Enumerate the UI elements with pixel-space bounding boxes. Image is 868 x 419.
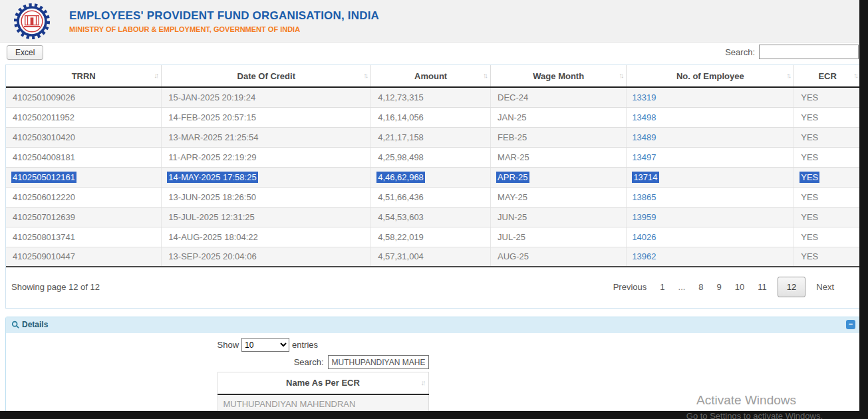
sort-icon[interactable]: ↑↓ xyxy=(619,71,622,79)
search-icon xyxy=(11,321,19,329)
employee-count-link[interactable]: 13489 xyxy=(632,132,656,142)
table-row[interactable]: 4102506012220 13-JUN-2025 18:26:50 4,51,… xyxy=(6,187,861,207)
show-entries-select[interactable]: 10 xyxy=(241,338,289,352)
employee-count-link[interactable]: 14026 xyxy=(632,232,656,242)
no-of-employee-cell: 13714 xyxy=(627,167,794,187)
excel-export-button[interactable]: Excel xyxy=(7,45,43,60)
employee-count-link[interactable]: 13498 xyxy=(632,112,656,122)
activate-windows-hint: Go to Settings to activate Windows. xyxy=(686,411,823,419)
table-row[interactable]: 4102509010447 13-SEP-2025 20:04:06 4,57,… xyxy=(6,247,861,267)
column-header-ecr[interactable]: ECR↑↓ xyxy=(794,65,861,87)
no-of-employee-cell: 13489 xyxy=(627,127,794,147)
column-header-no-of-employee[interactable]: No. of Employee↑↓ xyxy=(627,65,794,87)
trrn-cell: 4102509010447 xyxy=(6,247,162,267)
date-of-credit-cell: 13-MAR-2025 21:25:54 xyxy=(162,127,371,147)
date-of-credit-cell: 13-SEP-2025 20:04:06 xyxy=(162,247,371,267)
wage-month-cell: MAR-25 xyxy=(491,147,627,167)
sort-icon[interactable]: ↓↑ xyxy=(154,71,157,79)
table-row[interactable]: 4102507012639 15-JUL-2025 12:31:25 4,54,… xyxy=(6,207,861,227)
epfo-logo-icon xyxy=(13,3,51,40)
details-search-label: Search: xyxy=(294,357,324,367)
trrn-cell: 4102508013741 xyxy=(6,227,162,247)
no-of-employee-cell: 13498 xyxy=(627,107,794,127)
details-search-input[interactable] xyxy=(328,355,429,369)
employee-count-link[interactable]: 13962 xyxy=(632,251,656,261)
wage-month-cell: JAN-25 xyxy=(491,107,627,127)
amount-cell: 4,25,98,498 xyxy=(371,147,491,167)
table-row[interactable]: 4102508013741 14-AUG-2025 18:04:22 4,58,… xyxy=(6,227,861,247)
table-row[interactable]: 4102501009026 15-JAN-2025 20:19:24 4,12,… xyxy=(6,87,861,107)
wage-month-cell: DEC-24 xyxy=(491,87,627,107)
trrn-cell: 4102501009026 xyxy=(6,87,162,107)
employee-count-link[interactable]: 13959 xyxy=(632,212,656,222)
employee-count-link[interactable]: 13714 xyxy=(632,172,658,183)
ecr-cell: YES xyxy=(794,87,861,107)
table-row[interactable]: 4102503010420 13-MAR-2025 21:25:54 4,21,… xyxy=(6,127,861,147)
trrn-table-header-row: TRRN↓↑ Date Of Credit↑↓ Amount↑↓ Wage Mo… xyxy=(6,65,861,87)
amount-cell: 4,16,14,056 xyxy=(371,107,491,127)
wage-month-cell: FEB-25 xyxy=(491,127,627,147)
sort-icon[interactable]: ↑↓ xyxy=(483,71,486,79)
page-status-text: Showing page 12 of 12 xyxy=(11,282,100,292)
pagination-page-10[interactable]: 10 xyxy=(735,282,744,292)
pagination-page-9[interactable]: 9 xyxy=(717,282,722,292)
no-of-employee-cell: 13319 xyxy=(627,87,794,107)
trrn-cell: 4102505012161 xyxy=(6,167,162,187)
pagination-page-8[interactable]: 8 xyxy=(698,282,703,292)
column-header-date-of-credit[interactable]: Date Of Credit↑↓ xyxy=(162,65,371,87)
date-of-credit-cell: 14-MAY-2025 17:58:25 xyxy=(162,167,371,187)
amount-cell: 4,58,22,019 xyxy=(371,227,491,247)
table-footer: Showing page 12 of 12 Previous1...891011… xyxy=(6,267,861,308)
sort-icon[interactable]: ↑↓ xyxy=(786,71,790,79)
amount-cell: 4,51,66,436 xyxy=(371,187,491,207)
ecr-cell: YES xyxy=(794,107,861,127)
date-of-credit-cell: 14-FEB-2025 20:57:15 xyxy=(162,107,371,127)
ecr-cell: YES xyxy=(794,227,861,247)
sort-icon[interactable]: ↑↓ xyxy=(363,71,366,79)
column-header-amount[interactable]: Amount↑↓ xyxy=(371,65,491,87)
trrn-table-panel: TRRN↓↑ Date Of Credit↑↓ Amount↑↓ Wage Mo… xyxy=(5,65,861,309)
no-of-employee-cell: 13962 xyxy=(627,247,794,267)
employee-count-link[interactable]: 13497 xyxy=(632,152,656,162)
ecr-cell: YES xyxy=(794,147,861,167)
pagination-page-1[interactable]: 1 xyxy=(660,282,664,292)
column-header-wage-month[interactable]: Wage Month↑↓ xyxy=(491,65,627,87)
no-of-employee-cell: 13497 xyxy=(627,147,794,167)
employee-count-link[interactable]: 13319 xyxy=(632,92,656,102)
column-header-trrn[interactable]: TRRN↓↑ xyxy=(6,65,162,87)
table-search-label: Search: xyxy=(725,47,755,57)
trrn-table: TRRN↓↑ Date Of Credit↑↓ Amount↑↓ Wage Mo… xyxy=(6,65,861,267)
trrn-table-body: 4102501009026 15-JAN-2025 20:19:24 4,12,… xyxy=(6,87,861,267)
sort-icon[interactable]: ↓↑ xyxy=(421,378,424,386)
table-search-input[interactable] xyxy=(759,45,859,59)
details-panel-header: Details − xyxy=(6,317,861,333)
pagination-page-11[interactable]: 11 xyxy=(758,282,767,292)
trrn-cell: 4102507012639 xyxy=(6,207,162,227)
ecr-cell: YES xyxy=(794,127,861,147)
table-row[interactable]: 4102505012161 14-MAY-2025 17:58:25 4,46,… xyxy=(6,167,861,187)
pagination-next[interactable]: Next xyxy=(816,282,834,292)
employee-count-link[interactable]: 13865 xyxy=(632,192,656,202)
table-row[interactable]: 4102502011952 14-FEB-2025 20:57:15 4,16,… xyxy=(6,107,861,127)
trrn-cell: 4102506012220 xyxy=(6,187,162,207)
amount-cell: 4,21,17,158 xyxy=(371,127,491,147)
wage-month-cell: JUL-25 xyxy=(491,227,627,247)
no-of-employee-cell: 13959 xyxy=(627,207,794,227)
pagination-page-12[interactable]: 12 xyxy=(778,277,805,297)
amount-cell: 4,46,62,968 xyxy=(371,167,491,187)
wage-month-cell: AUG-25 xyxy=(491,247,627,267)
pagination: Previous1...89101112Next xyxy=(607,277,841,297)
date-of-credit-cell: 11-APR-2025 22:19:29 xyxy=(162,147,371,167)
collapse-panel-icon[interactable]: − xyxy=(846,320,855,329)
pagination-page-...: ... xyxy=(678,282,686,292)
trrn-cell: 4102502011952 xyxy=(6,107,162,127)
table-toolbar: Excel Search: xyxy=(7,45,861,63)
table-row[interactable]: 4102504008181 11-APR-2025 22:19:29 4,25,… xyxy=(6,147,861,167)
ecr-cell: YES xyxy=(794,187,861,207)
column-header-name-as-per-ecr[interactable]: Name As Per ECR ↓↑ xyxy=(217,372,428,394)
pagination-previous[interactable]: Previous xyxy=(613,282,647,292)
page-title: EMPLOYEES' PROVIDENT FUND ORGANISATION, … xyxy=(69,9,379,23)
page-subtitle: MINISTRY OF LABOUR & EMPLOYMENT, GOVERNM… xyxy=(69,25,379,33)
date-of-credit-cell: 13-JUN-2025 18:26:50 xyxy=(162,187,371,207)
sort-icon[interactable]: ↑↓ xyxy=(853,71,857,79)
